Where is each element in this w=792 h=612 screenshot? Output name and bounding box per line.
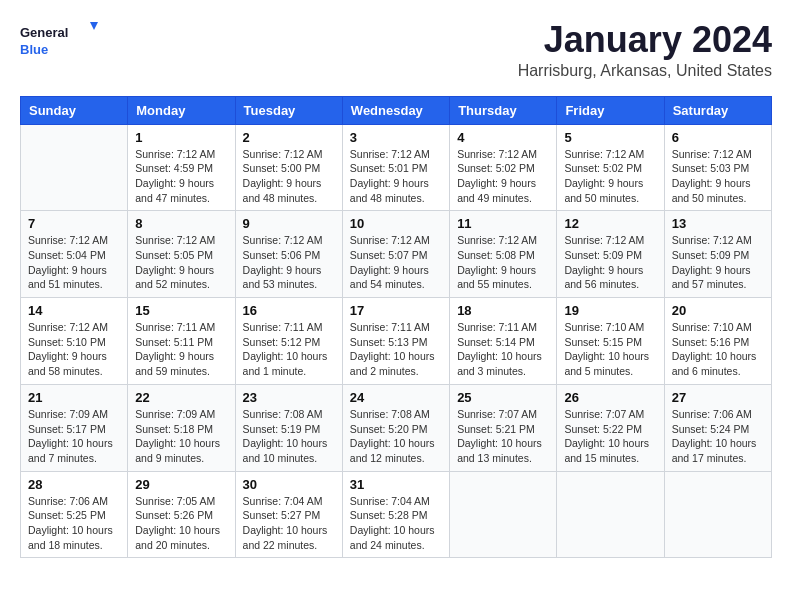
day-detail: Sunrise: 7:11 AMSunset: 5:13 PMDaylight:… [350, 320, 442, 379]
day-number: 1 [135, 130, 227, 145]
header-saturday: Saturday [664, 96, 771, 124]
day-number: 16 [243, 303, 335, 318]
table-row: 28 Sunrise: 7:06 AMSunset: 5:25 PMDaylig… [21, 471, 128, 558]
header-sunday: Sunday [21, 96, 128, 124]
day-detail: Sunrise: 7:09 AMSunset: 5:17 PMDaylight:… [28, 407, 120, 466]
table-row: 9 Sunrise: 7:12 AMSunset: 5:06 PMDayligh… [235, 211, 342, 298]
location-subtitle: Harrisburg, Arkansas, United States [518, 62, 772, 80]
day-detail: Sunrise: 7:12 AMSunset: 4:59 PMDaylight:… [135, 147, 227, 206]
day-number: 22 [135, 390, 227, 405]
day-detail: Sunrise: 7:12 AMSunset: 5:08 PMDaylight:… [457, 233, 549, 292]
day-detail: Sunrise: 7:11 AMSunset: 5:12 PMDaylight:… [243, 320, 335, 379]
day-detail: Sunrise: 7:12 AMSunset: 5:00 PMDaylight:… [243, 147, 335, 206]
table-row: 31 Sunrise: 7:04 AMSunset: 5:28 PMDaylig… [342, 471, 449, 558]
day-detail: Sunrise: 7:12 AMSunset: 5:04 PMDaylight:… [28, 233, 120, 292]
table-row: 29 Sunrise: 7:05 AMSunset: 5:26 PMDaylig… [128, 471, 235, 558]
day-number: 25 [457, 390, 549, 405]
day-number: 17 [350, 303, 442, 318]
day-detail: Sunrise: 7:06 AMSunset: 5:24 PMDaylight:… [672, 407, 764, 466]
table-row: 8 Sunrise: 7:12 AMSunset: 5:05 PMDayligh… [128, 211, 235, 298]
day-detail: Sunrise: 7:12 AMSunset: 5:02 PMDaylight:… [564, 147, 656, 206]
day-detail: Sunrise: 7:12 AMSunset: 5:06 PMDaylight:… [243, 233, 335, 292]
header-tuesday: Tuesday [235, 96, 342, 124]
table-row: 27 Sunrise: 7:06 AMSunset: 5:24 PMDaylig… [664, 384, 771, 471]
month-title: January 2024 [518, 20, 772, 60]
day-detail: Sunrise: 7:09 AMSunset: 5:18 PMDaylight:… [135, 407, 227, 466]
table-row: 13 Sunrise: 7:12 AMSunset: 5:09 PMDaylig… [664, 211, 771, 298]
day-number: 21 [28, 390, 120, 405]
day-detail: Sunrise: 7:12 AMSunset: 5:02 PMDaylight:… [457, 147, 549, 206]
day-detail: Sunrise: 7:07 AMSunset: 5:22 PMDaylight:… [564, 407, 656, 466]
day-detail: Sunrise: 7:08 AMSunset: 5:20 PMDaylight:… [350, 407, 442, 466]
day-number: 20 [672, 303, 764, 318]
day-number: 6 [672, 130, 764, 145]
day-detail: Sunrise: 7:12 AMSunset: 5:03 PMDaylight:… [672, 147, 764, 206]
day-detail: Sunrise: 7:12 AMSunset: 5:09 PMDaylight:… [672, 233, 764, 292]
calendar-week-row: 14 Sunrise: 7:12 AMSunset: 5:10 PMDaylig… [21, 298, 772, 385]
svg-text:Blue: Blue [20, 42, 48, 57]
table-row: 22 Sunrise: 7:09 AMSunset: 5:18 PMDaylig… [128, 384, 235, 471]
table-row: 26 Sunrise: 7:07 AMSunset: 5:22 PMDaylig… [557, 384, 664, 471]
table-row: 18 Sunrise: 7:11 AMSunset: 5:14 PMDaylig… [450, 298, 557, 385]
svg-marker-1 [90, 22, 98, 30]
day-number: 3 [350, 130, 442, 145]
table-row: 14 Sunrise: 7:12 AMSunset: 5:10 PMDaylig… [21, 298, 128, 385]
day-number: 4 [457, 130, 549, 145]
day-number: 5 [564, 130, 656, 145]
day-number: 26 [564, 390, 656, 405]
calendar-week-row: 28 Sunrise: 7:06 AMSunset: 5:25 PMDaylig… [21, 471, 772, 558]
table-row [21, 124, 128, 211]
table-row [450, 471, 557, 558]
day-detail: Sunrise: 7:04 AMSunset: 5:27 PMDaylight:… [243, 494, 335, 553]
day-number: 19 [564, 303, 656, 318]
day-detail: Sunrise: 7:12 AMSunset: 5:05 PMDaylight:… [135, 233, 227, 292]
day-detail: Sunrise: 7:11 AMSunset: 5:11 PMDaylight:… [135, 320, 227, 379]
table-row: 10 Sunrise: 7:12 AMSunset: 5:07 PMDaylig… [342, 211, 449, 298]
day-detail: Sunrise: 7:07 AMSunset: 5:21 PMDaylight:… [457, 407, 549, 466]
table-row: 7 Sunrise: 7:12 AMSunset: 5:04 PMDayligh… [21, 211, 128, 298]
logo: General Blue [20, 20, 100, 60]
day-number: 18 [457, 303, 549, 318]
day-detail: Sunrise: 7:10 AMSunset: 5:16 PMDaylight:… [672, 320, 764, 379]
calendar-header-row: Sunday Monday Tuesday Wednesday Thursday… [21, 96, 772, 124]
table-row [557, 471, 664, 558]
table-row: 12 Sunrise: 7:12 AMSunset: 5:09 PMDaylig… [557, 211, 664, 298]
day-number: 28 [28, 477, 120, 492]
calendar-week-row: 7 Sunrise: 7:12 AMSunset: 5:04 PMDayligh… [21, 211, 772, 298]
day-detail: Sunrise: 7:05 AMSunset: 5:26 PMDaylight:… [135, 494, 227, 553]
table-row: 5 Sunrise: 7:12 AMSunset: 5:02 PMDayligh… [557, 124, 664, 211]
day-number: 2 [243, 130, 335, 145]
day-detail: Sunrise: 7:04 AMSunset: 5:28 PMDaylight:… [350, 494, 442, 553]
day-number: 7 [28, 216, 120, 231]
table-row: 2 Sunrise: 7:12 AMSunset: 5:00 PMDayligh… [235, 124, 342, 211]
day-number: 24 [350, 390, 442, 405]
table-row: 30 Sunrise: 7:04 AMSunset: 5:27 PMDaylig… [235, 471, 342, 558]
table-row: 15 Sunrise: 7:11 AMSunset: 5:11 PMDaylig… [128, 298, 235, 385]
table-row: 16 Sunrise: 7:11 AMSunset: 5:12 PMDaylig… [235, 298, 342, 385]
table-row: 19 Sunrise: 7:10 AMSunset: 5:15 PMDaylig… [557, 298, 664, 385]
day-detail: Sunrise: 7:12 AMSunset: 5:07 PMDaylight:… [350, 233, 442, 292]
calendar-week-row: 1 Sunrise: 7:12 AMSunset: 4:59 PMDayligh… [21, 124, 772, 211]
day-detail: Sunrise: 7:12 AMSunset: 5:01 PMDaylight:… [350, 147, 442, 206]
day-number: 8 [135, 216, 227, 231]
table-row: 6 Sunrise: 7:12 AMSunset: 5:03 PMDayligh… [664, 124, 771, 211]
table-row: 24 Sunrise: 7:08 AMSunset: 5:20 PMDaylig… [342, 384, 449, 471]
logo-svg: General Blue [20, 20, 100, 60]
table-row [664, 471, 771, 558]
day-number: 29 [135, 477, 227, 492]
table-row: 4 Sunrise: 7:12 AMSunset: 5:02 PMDayligh… [450, 124, 557, 211]
header-friday: Friday [557, 96, 664, 124]
table-row: 1 Sunrise: 7:12 AMSunset: 4:59 PMDayligh… [128, 124, 235, 211]
day-detail: Sunrise: 7:12 AMSunset: 5:09 PMDaylight:… [564, 233, 656, 292]
table-row: 17 Sunrise: 7:11 AMSunset: 5:13 PMDaylig… [342, 298, 449, 385]
table-row: 3 Sunrise: 7:12 AMSunset: 5:01 PMDayligh… [342, 124, 449, 211]
day-detail: Sunrise: 7:08 AMSunset: 5:19 PMDaylight:… [243, 407, 335, 466]
table-row: 25 Sunrise: 7:07 AMSunset: 5:21 PMDaylig… [450, 384, 557, 471]
title-area: January 2024 Harrisburg, Arkansas, Unite… [518, 20, 772, 80]
day-number: 14 [28, 303, 120, 318]
day-number: 31 [350, 477, 442, 492]
day-detail: Sunrise: 7:12 AMSunset: 5:10 PMDaylight:… [28, 320, 120, 379]
calendar-table: Sunday Monday Tuesday Wednesday Thursday… [20, 96, 772, 559]
calendar-week-row: 21 Sunrise: 7:09 AMSunset: 5:17 PMDaylig… [21, 384, 772, 471]
day-number: 15 [135, 303, 227, 318]
